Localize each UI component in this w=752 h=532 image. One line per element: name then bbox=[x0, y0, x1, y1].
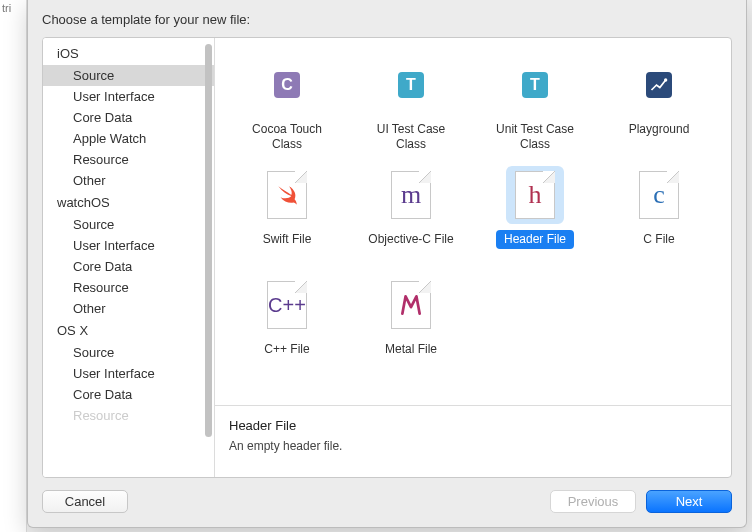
template-label: Metal File bbox=[377, 340, 445, 359]
template-header-file[interactable]: h Header File bbox=[473, 162, 597, 272]
ui-test-case-icon: T bbox=[382, 56, 440, 114]
dialog-body: iOS Source User Interface Core Data Appl… bbox=[42, 37, 732, 478]
next-button[interactable]: Next bbox=[646, 490, 732, 513]
template-description: Header File An empty header file. bbox=[215, 405, 731, 477]
sidebar-item-label: Core Data bbox=[73, 387, 132, 402]
new-file-dialog: Choose a template for your new file: iOS… bbox=[27, 0, 747, 528]
platform-watchos[interactable]: watchOS bbox=[43, 191, 214, 214]
template-label: Objective-C File bbox=[360, 230, 461, 249]
template-playground[interactable]: Playground bbox=[597, 52, 721, 162]
cpp-file-icon: C++ bbox=[258, 276, 316, 334]
sidebar-item-label: Source bbox=[73, 217, 114, 232]
svg-point-0 bbox=[664, 78, 667, 81]
template-label: C++ File bbox=[256, 340, 317, 359]
sidebar-item-ios-core-data[interactable]: Core Data bbox=[43, 107, 214, 128]
template-ui-test-case-class[interactable]: T UI Test Case Class bbox=[349, 52, 473, 162]
sidebar-item-watchos-resource[interactable]: Resource bbox=[43, 277, 214, 298]
sidebar-item-watchos-user-interface[interactable]: User Interface bbox=[43, 235, 214, 256]
description-text: An empty header file. bbox=[229, 439, 717, 453]
template-label: Playground bbox=[621, 120, 698, 139]
template-label: Cocoa Touch Class bbox=[232, 120, 342, 154]
sidebar-item-label: Other bbox=[73, 301, 106, 316]
dialog-header: Choose a template for your new file: bbox=[28, 0, 746, 37]
sidebar-scrollbar[interactable] bbox=[205, 44, 212, 471]
sidebar-item-label: Resource bbox=[73, 280, 129, 295]
sidebar-item-label: User Interface bbox=[73, 89, 155, 104]
template-cocoa-touch-class[interactable]: C Cocoa Touch Class bbox=[225, 52, 349, 162]
sidebar-item-osx-core-data[interactable]: Core Data bbox=[43, 384, 214, 405]
sidebar-item-label: Apple Watch bbox=[73, 131, 146, 146]
template-metal-file[interactable]: Metal File bbox=[349, 272, 473, 382]
sidebar-item-ios-resource[interactable]: Resource bbox=[43, 149, 214, 170]
previous-button: Previous bbox=[550, 490, 636, 513]
sidebar-item-osx-user-interface[interactable]: User Interface bbox=[43, 363, 214, 384]
sidebar-item-label: Core Data bbox=[73, 110, 132, 125]
swift-file-icon bbox=[258, 166, 316, 224]
template-label: Unit Test Case Class bbox=[480, 120, 590, 154]
template-c-file[interactable]: c C File bbox=[597, 162, 721, 272]
sidebar-item-ios-apple-watch[interactable]: Apple Watch bbox=[43, 128, 214, 149]
sidebar-item-ios-user-interface[interactable]: User Interface bbox=[43, 86, 214, 107]
scrollbar-thumb[interactable] bbox=[205, 44, 212, 437]
template-label: Swift File bbox=[255, 230, 320, 249]
sidebar-item-label: Core Data bbox=[73, 259, 132, 274]
dialog-footer: Cancel Previous Next bbox=[28, 478, 746, 527]
cocoa-touch-class-icon: C bbox=[258, 56, 316, 114]
description-title: Header File bbox=[229, 418, 717, 433]
sidebar-item-label: Other bbox=[73, 173, 106, 188]
unit-test-case-icon: T bbox=[506, 56, 564, 114]
platform-ios[interactable]: iOS bbox=[43, 42, 214, 65]
template-unit-test-case-class[interactable]: T Unit Test Case Class bbox=[473, 52, 597, 162]
sidebar-item-label: Source bbox=[73, 68, 114, 83]
sidebar-item-watchos-source[interactable]: Source bbox=[43, 214, 214, 235]
main-panel: C Cocoa Touch Class T UI Test Case Class… bbox=[215, 38, 731, 477]
platform-osx[interactable]: OS X bbox=[43, 319, 214, 342]
sidebar-item-label: User Interface bbox=[73, 366, 155, 381]
header-file-icon: h bbox=[506, 166, 564, 224]
sidebar-item-label: Source bbox=[73, 345, 114, 360]
template-swift-file[interactable]: Swift File bbox=[225, 162, 349, 272]
cancel-button[interactable]: Cancel bbox=[42, 490, 128, 513]
sidebar-item-watchos-other[interactable]: Other bbox=[43, 298, 214, 319]
dialog-title: Choose a template for your new file: bbox=[42, 12, 250, 27]
playground-icon bbox=[630, 56, 688, 114]
objective-c-file-icon: m bbox=[382, 166, 440, 224]
template-objective-c-file[interactable]: m Objective-C File bbox=[349, 162, 473, 272]
sidebar-item-ios-source[interactable]: Source bbox=[43, 65, 214, 86]
c-file-icon: c bbox=[630, 166, 688, 224]
sidebar-item-label: User Interface bbox=[73, 238, 155, 253]
template-cpp-file[interactable]: C++ C++ File bbox=[225, 272, 349, 382]
template-grid: C Cocoa Touch Class T UI Test Case Class… bbox=[215, 38, 731, 405]
template-label: Header File bbox=[496, 230, 574, 249]
sidebar-item-label: Resource bbox=[73, 408, 129, 423]
background-window-stub: tri bbox=[0, 0, 27, 532]
sidebar-item-osx-source[interactable]: Source bbox=[43, 342, 214, 363]
sidebar-item-watchos-core-data[interactable]: Core Data bbox=[43, 256, 214, 277]
template-label: C File bbox=[635, 230, 682, 249]
sidebar-item-label: Resource bbox=[73, 152, 129, 167]
sidebar-list: iOS Source User Interface Core Data Appl… bbox=[43, 38, 214, 477]
template-label: UI Test Case Class bbox=[356, 120, 466, 154]
metal-file-icon bbox=[382, 276, 440, 334]
sidebar-item-ios-other[interactable]: Other bbox=[43, 170, 214, 191]
sidebar-item-osx-resource[interactable]: Resource bbox=[43, 405, 214, 426]
sidebar: iOS Source User Interface Core Data Appl… bbox=[43, 38, 215, 477]
